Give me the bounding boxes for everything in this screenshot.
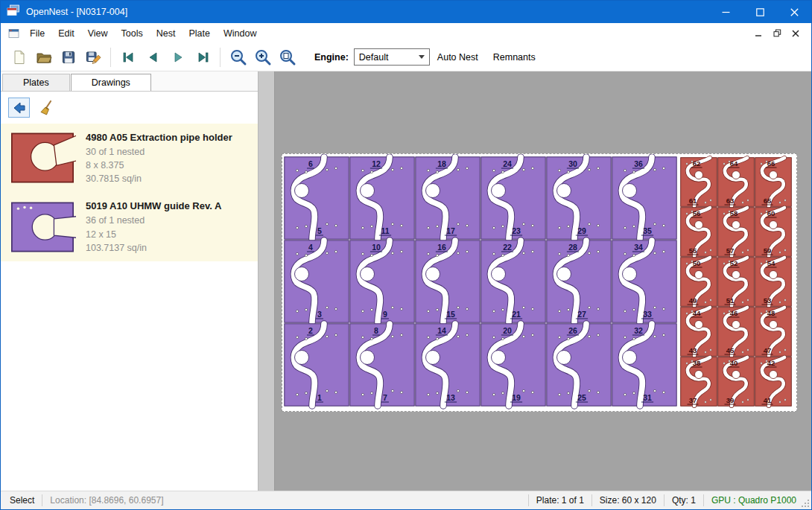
drawing-item-4980[interactable]: 4980 A05 Extraction pipe holder 30 of 1 … xyxy=(1,124,258,192)
broom-icon xyxy=(39,100,55,116)
mdi-close-button[interactable] xyxy=(787,26,804,41)
clean-button[interactable] xyxy=(36,98,57,118)
nested-part-pair-red[interactable]: 6059 xyxy=(755,208,792,257)
svg-text:9: 9 xyxy=(383,310,387,319)
svg-text:3: 3 xyxy=(317,310,322,319)
nest-canvas[interactable]: 6512111817242330293635431091615222128273… xyxy=(258,71,811,491)
maximize-button[interactable] xyxy=(743,1,777,23)
nested-part-pair-purple[interactable]: 21 xyxy=(285,324,349,406)
menu-window[interactable]: Window xyxy=(217,25,263,42)
drawing-nested-count: 36 of 1 nested xyxy=(86,214,221,227)
nested-part-pair-red[interactable]: 6463 xyxy=(718,158,755,207)
mdi-close-icon xyxy=(792,30,799,37)
nested-part-pair-red[interactable]: 5655 xyxy=(681,208,717,257)
drawing-nested-count: 30 of 1 nested xyxy=(86,145,232,159)
svg-text:36: 36 xyxy=(634,159,643,168)
nested-part-pair-purple[interactable]: 3029 xyxy=(547,157,611,239)
app-icon xyxy=(7,4,20,19)
svg-text:4: 4 xyxy=(308,243,313,252)
minimize-button[interactable] xyxy=(708,1,743,23)
nested-part-pair-purple[interactable]: 65 xyxy=(285,157,349,239)
nested-part-pair-purple[interactable]: 2625 xyxy=(547,324,611,406)
save-as-button[interactable] xyxy=(80,45,105,69)
nav-last-button[interactable] xyxy=(190,45,215,69)
nested-part-pair-purple[interactable]: 1211 xyxy=(350,157,414,239)
maximize-icon xyxy=(756,8,764,16)
app-window: OpenNest - [N0317-004] File Edit View To… xyxy=(0,0,812,510)
statusbar-separator xyxy=(528,494,529,506)
zoom-out-button[interactable] xyxy=(226,45,250,69)
status-plate: Plate: 1 of 1 xyxy=(533,495,587,506)
mdi-restore-button[interactable] xyxy=(769,26,785,41)
nav-first-button[interactable] xyxy=(116,45,141,69)
zoom-in-button[interactable] xyxy=(250,45,275,69)
panel-filler xyxy=(1,261,258,491)
nest-svg: 6512111817242330293635431091615222128273… xyxy=(282,154,796,411)
splitter-strip[interactable] xyxy=(258,71,275,491)
nested-part-pair-red[interactable]: 3837 xyxy=(681,357,717,407)
return-to-plate-button[interactable] xyxy=(8,98,30,118)
window-controls xyxy=(708,1,811,23)
nested-part-pair-red[interactable]: 5857 xyxy=(718,208,755,257)
nested-part-pair-red[interactable]: 6261 xyxy=(681,158,717,207)
menu-tools[interactable]: Tools xyxy=(115,25,150,42)
auto-nest-button[interactable]: Auto Nest xyxy=(430,48,486,67)
engine-select[interactable]: Default xyxy=(354,48,430,66)
nested-part-pair-red[interactable]: 5251 xyxy=(718,258,755,307)
tab-drawings[interactable]: Drawings xyxy=(71,74,151,91)
menu-nest[interactable]: Nest xyxy=(150,25,183,42)
nested-part-pair-red[interactable]: 4443 xyxy=(681,307,717,357)
resize-grip[interactable] xyxy=(799,491,811,509)
save-button[interactable] xyxy=(56,45,80,69)
drawing-area: 103.7137 sq/in xyxy=(86,241,221,255)
nested-part-pair-red[interactable]: 4241 xyxy=(755,357,792,407)
menu-view[interactable]: View xyxy=(81,25,115,42)
nested-part-pair-purple[interactable]: 43 xyxy=(285,240,349,322)
svg-text:50: 50 xyxy=(693,259,701,267)
status-size: Size: 60 x 120 xyxy=(597,495,659,506)
nav-next-button[interactable] xyxy=(165,45,190,69)
nested-part-pair-red[interactable]: 5049 xyxy=(681,258,717,307)
nav-prev-icon xyxy=(145,49,162,66)
svg-text:53: 53 xyxy=(764,296,772,305)
plate[interactable]: 6512111817242330293635431091615222128273… xyxy=(282,153,797,412)
svg-text:39: 39 xyxy=(726,396,735,404)
mdi-minimize-button[interactable] xyxy=(750,26,767,41)
drawing-item-5019[interactable]: 5019 A10 UHMW guide Rev. A 36 of 1 neste… xyxy=(1,192,258,261)
new-button[interactable] xyxy=(7,45,31,69)
remnants-button[interactable]: Remnants xyxy=(486,48,543,67)
nested-part-pair-purple[interactable]: 1413 xyxy=(416,324,480,406)
svg-text:16: 16 xyxy=(437,243,446,252)
menu-plate[interactable]: Plate xyxy=(182,25,217,42)
menubar: File Edit View Tools Nest Plate Window xyxy=(1,23,811,43)
nested-part-pair-purple[interactable]: 2221 xyxy=(481,240,545,322)
menu-edit[interactable]: Edit xyxy=(51,25,81,42)
nested-part-pair-purple[interactable]: 3231 xyxy=(612,324,676,406)
nested-part-pair-purple[interactable]: 3433 xyxy=(612,240,676,322)
nested-part-pair-purple[interactable]: 1615 xyxy=(416,240,480,322)
titlebar[interactable]: OpenNest - [N0317-004] xyxy=(1,1,811,23)
svg-text:28: 28 xyxy=(568,243,577,252)
nested-part-pair-red[interactable]: 6665 xyxy=(755,158,792,207)
nested-part-pair-red[interactable]: 5453 xyxy=(755,258,792,307)
mdi-child-icon[interactable] xyxy=(8,28,20,39)
nested-part-pair-purple[interactable]: 2019 xyxy=(481,324,545,406)
svg-text:65: 65 xyxy=(764,197,772,205)
open-button[interactable] xyxy=(31,45,56,69)
nested-part-pair-purple[interactable]: 2423 xyxy=(481,157,545,239)
nested-part-pair-red[interactable]: 4645 xyxy=(718,307,755,357)
nested-part-pair-red[interactable]: 4039 xyxy=(718,357,755,407)
close-button[interactable] xyxy=(777,1,811,23)
tab-plates[interactable]: Plates xyxy=(2,74,70,91)
nested-part-pair-purple[interactable]: 1817 xyxy=(416,157,480,239)
nested-part-pair-purple[interactable]: 87 xyxy=(350,324,414,406)
svg-text:1: 1 xyxy=(317,393,322,402)
menu-file[interactable]: File xyxy=(23,25,51,42)
toolbar-separator xyxy=(220,48,221,67)
nested-part-pair-red[interactable]: 4847 xyxy=(755,307,792,357)
nested-part-pair-purple[interactable]: 2827 xyxy=(547,240,611,322)
nested-part-pair-purple[interactable]: 109 xyxy=(350,240,414,322)
nested-part-pair-purple[interactable]: 3635 xyxy=(612,157,676,239)
zoom-fit-button[interactable] xyxy=(275,45,299,69)
nav-prev-button[interactable] xyxy=(141,45,165,69)
